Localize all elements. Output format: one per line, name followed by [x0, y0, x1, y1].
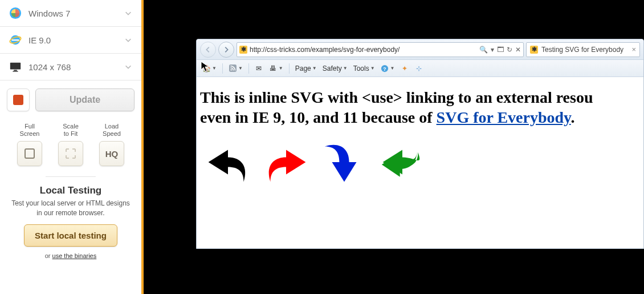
svg-rect-8 [229, 65, 237, 72]
ext1-button[interactable]: ✦ [401, 64, 409, 73]
update-button[interactable]: Update [35, 88, 134, 111]
dropdown-icon[interactable]: ▾ [491, 46, 494, 54]
new-window-icon[interactable]: 🗔 [497, 46, 504, 54]
svg-rect-7 [25, 149, 34, 158]
chevron-down-icon [124, 9, 132, 17]
select-icon: ⊹ [415, 64, 423, 73]
config-sidebar: Windows 7 IE 9.0 1024 x 768 Update Full … [0, 0, 144, 294]
resolution-selector[interactable]: 1024 x 768 [0, 54, 141, 80]
ie-nav-bar: ✱ 🔍 ▾ 🗔 ↻ ✕ ✱ Testing SVG for Everybody … [197, 39, 643, 60]
svg-rect-5 [14, 70, 17, 71]
svg-text:?: ? [383, 66, 386, 71]
stop-icon [13, 95, 23, 105]
url-input[interactable] [250, 46, 477, 54]
fullscreen-tool[interactable]: Full Screen [17, 123, 42, 166]
remote-viewport[interactable]: ✱ 🔍 ▾ 🗔 ↻ ✕ ✱ Testing SVG for Everybody … [146, 0, 644, 294]
svg-for-everybody-link[interactable]: SVG for Everybody [437, 108, 571, 126]
arrow-left-icon [378, 138, 427, 187]
os-selector[interactable]: Windows 7 [0, 0, 141, 27]
safety-menu[interactable]: Safety▼ [323, 65, 348, 73]
start-local-testing-button[interactable]: Start local testing [24, 224, 117, 247]
stop-icon[interactable]: ✕ [515, 46, 521, 54]
forward-button[interactable] [218, 42, 234, 58]
browser-label: IE 9.0 [28, 35, 124, 45]
page-content: This is inline SVG with <use> linking to… [197, 77, 643, 248]
local-testing-title: Local Testing [9, 185, 132, 196]
chevron-down-icon [124, 36, 132, 44]
svg-rect-3 [12, 39, 19, 41]
svg-rect-6 [13, 71, 18, 71]
address-bar[interactable]: ✱ 🔍 ▾ 🗔 ↻ ✕ [237, 42, 524, 57]
arrow-row [200, 138, 637, 187]
favicon-icon: ✱ [239, 46, 247, 54]
print-icon: 🖶 [269, 64, 278, 73]
binaries-line: or use the binaries [9, 252, 132, 259]
browser-selector[interactable]: IE 9.0 [0, 27, 141, 54]
close-tab-icon[interactable]: × [631, 45, 636, 54]
tab-title: Testing SVG for Everybody [541, 46, 623, 54]
fullscreen-icon [17, 141, 42, 166]
help-menu[interactable]: ?▼ [381, 64, 395, 73]
svg-rect-4 [10, 63, 21, 70]
page-heading: This is inline SVG with <use> linking to… [200, 87, 637, 127]
hq-label: HQ [105, 149, 119, 159]
back-button[interactable] [200, 42, 216, 58]
ie-command-bar: 🏠▼ ▼ ✉ 🖶▼ Page▼ Safety▼ Tools▼ ?▼ ✦ ⊹ [197, 60, 643, 77]
help-icon: ? [381, 64, 389, 73]
mail-icon: ✉ [255, 64, 263, 73]
ie-window: ✱ 🔍 ▾ 🗔 ↻ ✕ ✱ Testing SVG for Everybody … [196, 39, 644, 249]
stop-session-button[interactable] [7, 88, 30, 111]
browser-tab[interactable]: ✱ Testing SVG for Everybody × [526, 42, 640, 57]
svg-point-9 [230, 69, 231, 70]
mail-button[interactable]: ✉ [255, 64, 263, 73]
home-menu[interactable]: 🏠▼ [202, 64, 217, 73]
star-icon: ✦ [401, 64, 409, 73]
resolution-label: 1024 x 768 [28, 62, 124, 72]
refresh-icon[interactable]: ↻ [507, 46, 512, 54]
ext2-button[interactable]: ⊹ [415, 64, 423, 73]
search-icon[interactable]: 🔍 [479, 46, 488, 54]
scale-tool[interactable]: Scale to Fit [58, 123, 83, 166]
tools-menu[interactable]: Tools▼ [353, 65, 375, 73]
chevron-down-icon [124, 63, 132, 71]
arrow-redo-icon [262, 138, 311, 187]
scale-icon [58, 141, 83, 166]
arrow-undo-icon [203, 138, 252, 187]
ie-icon [9, 34, 22, 46]
local-testing-subtitle: Test your local server or HTML designs i… [9, 199, 132, 217]
page-menu[interactable]: Page▼ [295, 65, 317, 73]
print-menu[interactable]: 🖶▼ [269, 64, 283, 73]
rss-icon [229, 64, 237, 73]
divider [46, 176, 96, 177]
use-binaries-link[interactable]: use the binaries [52, 252, 97, 259]
speed-label: Load Speed [103, 123, 121, 138]
monitor-icon [9, 61, 22, 73]
windows-icon [9, 7, 22, 19]
speed-tool[interactable]: Load Speed HQ [99, 123, 124, 166]
tab-favicon-icon: ✱ [530, 46, 538, 54]
os-label: Windows 7 [28, 9, 124, 18]
home-icon: 🏠 [202, 64, 211, 73]
fullscreen-label: Full Screen [20, 123, 40, 138]
arrow-down-icon [320, 138, 369, 187]
feeds-menu[interactable]: ▼ [229, 64, 243, 73]
scale-label: Scale to Fit [63, 123, 79, 138]
